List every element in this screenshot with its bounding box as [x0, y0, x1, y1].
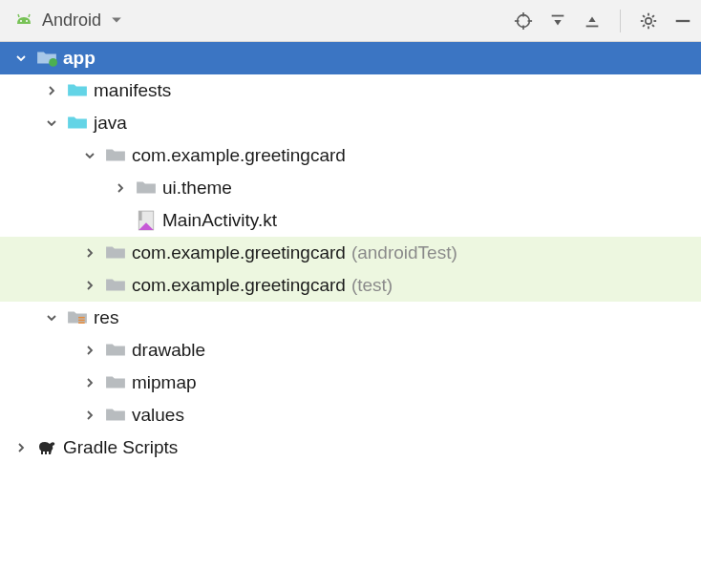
chevron-right-icon[interactable] — [113, 180, 128, 196]
android-icon — [13, 10, 34, 32]
tree-label: drawable — [132, 340, 205, 361]
collapse-all-icon[interactable] — [582, 10, 603, 32]
expand-all-icon[interactable] — [547, 10, 568, 32]
tree-node-gradle-scripts[interactable]: Gradle Scripts — [0, 431, 701, 464]
package-folder-icon — [105, 372, 126, 393]
tree-label: mipmap — [132, 372, 197, 393]
tree-node-manifests[interactable]: manifests — [0, 74, 701, 107]
tree-label: com.example.greetingcard — [132, 242, 346, 263]
chevron-right-icon[interactable] — [82, 278, 97, 293]
chevron-right-icon[interactable] — [82, 245, 97, 261]
tree-node-package-test[interactable]: com.example.greetingcard (test) — [0, 269, 701, 302]
tree-suffix: (test) — [351, 275, 393, 296]
gradle-icon — [36, 437, 57, 458]
chevron-right-icon[interactable] — [44, 83, 59, 98]
tree-node-res[interactable]: res — [0, 302, 701, 334]
tree-node-values[interactable]: values — [0, 399, 701, 431]
package-folder-icon — [105, 405, 126, 426]
tree-label: app — [63, 48, 96, 69]
tree-label: com.example.greetingcard — [132, 145, 346, 166]
tree-label: ui.theme — [162, 178, 232, 199]
tree-label: values — [132, 405, 184, 426]
tree-node-app[interactable]: app — [0, 42, 701, 74]
tree-node-ui-theme[interactable]: ui.theme — [0, 172, 701, 204]
package-folder-icon — [105, 340, 126, 361]
tree-node-package-android-test[interactable]: com.example.greetingcard (androidTest) — [0, 237, 701, 269]
tree-suffix: (androidTest) — [351, 242, 457, 263]
chevron-down-icon[interactable] — [82, 148, 97, 163]
package-folder-icon — [105, 145, 126, 166]
chevron-down-icon[interactable] — [13, 51, 29, 66]
tree-node-drawable[interactable]: drawable — [0, 334, 701, 367]
kotlin-file-icon — [136, 210, 157, 231]
view-selector-label[interactable]: Android — [42, 10, 101, 31]
tree-label: manifests — [94, 80, 171, 101]
folder-icon — [67, 113, 88, 134]
chevron-right-icon[interactable] — [82, 343, 97, 358]
tree-label: MainActivity.kt — [162, 210, 277, 231]
chevron-right-icon[interactable] — [13, 440, 29, 455]
tree-label: res — [94, 307, 118, 328]
project-toolbar: Android — [0, 0, 701, 42]
chevron-down-icon[interactable] — [111, 10, 122, 31]
chevron-right-icon[interactable] — [82, 375, 97, 390]
project-tree: app manifests java com.example.greetingc… — [0, 42, 701, 464]
select-opened-file-icon[interactable] — [513, 10, 534, 32]
module-folder-icon — [36, 48, 57, 69]
tree-label: java — [94, 113, 127, 134]
minimize-icon[interactable] — [672, 10, 693, 32]
tree-label: com.example.greetingcard — [132, 275, 346, 296]
package-folder-icon — [105, 242, 126, 263]
tree-label: Gradle Scripts — [63, 437, 178, 458]
chevron-down-icon[interactable] — [44, 116, 59, 131]
tree-node-mipmap[interactable]: mipmap — [0, 367, 701, 399]
chevron-right-icon[interactable] — [82, 408, 97, 423]
tree-node-java[interactable]: java — [0, 107, 701, 139]
package-folder-icon — [136, 178, 157, 199]
toolbar-divider — [620, 10, 621, 32]
folder-icon — [67, 80, 88, 101]
chevron-down-icon[interactable] — [44, 310, 59, 326]
package-folder-icon — [105, 275, 126, 296]
resource-folder-icon — [67, 307, 88, 328]
tree-node-package-main[interactable]: com.example.greetingcard — [0, 139, 701, 172]
gear-icon[interactable] — [638, 10, 659, 32]
tree-node-main-activity[interactable]: MainActivity.kt — [0, 204, 701, 237]
